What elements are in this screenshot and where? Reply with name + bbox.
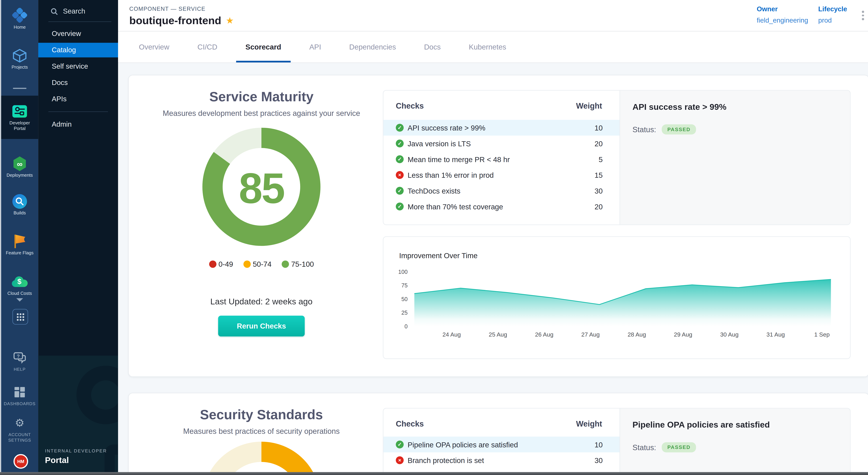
svg-text:1 Sep: 1 Sep — [814, 331, 830, 338]
tab-dependencies[interactable]: Dependencies — [340, 31, 406, 62]
svg-text:75: 75 — [401, 282, 408, 289]
sidebar-item-catalog[interactable]: Catalog — [38, 43, 118, 57]
status-label: Status: — [632, 443, 656, 451]
check-row[interactable]: ×Branch protection is set30 — [383, 452, 620, 468]
rail-item-feature-flags[interactable]: Feature Flags — [1, 234, 38, 256]
legend-item: 50-74 — [243, 260, 272, 268]
sidebar-divider — [49, 111, 108, 112]
svg-text:$: $ — [18, 277, 21, 286]
rail-item-account-settings[interactable]: ⚙ ACCOUNTSETTINGS — [1, 415, 38, 443]
app-window: Home Projects — [0, 0, 868, 475]
rail-label: Home — [1, 25, 38, 30]
check-label: More than 70% test coverage — [408, 202, 580, 211]
grid-icon — [17, 313, 24, 320]
score-gauge: 85 — [202, 127, 321, 249]
status-badge: PASSED — [662, 442, 696, 452]
svg-text:25 Aug: 25 Aug — [489, 331, 507, 338]
svg-text:∞: ∞ — [17, 160, 22, 169]
rail-item-home[interactable]: Home — [1, 8, 38, 30]
check-weight: 30 — [580, 186, 603, 195]
check-label: TechDocs exists — [408, 186, 580, 195]
rail-item-help[interactable]: ? HELP — [1, 350, 38, 373]
harness-logo-icon — [1, 8, 38, 24]
sidebar-item-self-service[interactable]: Self service — [38, 59, 118, 74]
check-row[interactable]: ✓Java version is LTS20 — [383, 136, 620, 151]
module-grid-button[interactable] — [12, 309, 28, 325]
check-row[interactable]: ✓Mean time to merge PR < 48 hr5 — [383, 151, 620, 167]
check-row[interactable]: ✓API success rate > 99%10 — [383, 120, 620, 136]
scorecard-content: Service Maturity Measures development be… — [118, 63, 868, 475]
svg-text:?: ? — [17, 354, 20, 359]
svg-text:100: 100 — [398, 269, 408, 275]
svg-text:28 Aug: 28 Aug — [627, 331, 646, 338]
rail-label: Deployments — [1, 173, 38, 178]
sidebar-item-docs[interactable]: Docs — [38, 76, 118, 90]
check-row[interactable]: ✓More than 70% test coverage20 — [383, 199, 620, 214]
entity-header: COMPONENT — SERVICE boutique-frontend ★ … — [118, 0, 868, 31]
tab-scorecard[interactable]: Scorecard — [236, 31, 291, 62]
check-detail-title: API success rate > 99% — [632, 102, 838, 111]
check-row[interactable]: ✓Pipeline OPA policies are satisfied10 — [383, 437, 620, 452]
check-weight: 10 — [580, 440, 603, 449]
svg-text:0: 0 — [404, 323, 408, 330]
status-badge: PASSED — [662, 124, 696, 135]
legend-label: 0-49 — [219, 260, 233, 268]
svg-text:24 Aug: 24 Aug — [442, 331, 461, 338]
score-value: 85 — [202, 127, 321, 249]
rail-label: HELP — [1, 367, 38, 373]
tab-kubernetes[interactable]: Kubernetes — [459, 31, 516, 62]
more-menu-button[interactable] — [862, 11, 864, 20]
legend-label: 50-74 — [253, 260, 272, 268]
owner-value[interactable]: field_engineering — [757, 16, 808, 24]
tab-ci-cd[interactable]: CI/CD — [188, 31, 227, 62]
check-detail-panel: Pipeline OPA policies are satisfied Stat… — [620, 409, 850, 475]
legend-dot — [282, 261, 289, 268]
scorecard-service-maturity: Service Maturity Measures development be… — [128, 75, 868, 377]
tab-overview[interactable]: Overview — [129, 31, 179, 62]
rail-divider — [13, 88, 26, 89]
legend-item: 75-100 — [282, 260, 314, 268]
sidebar-item-overview[interactable]: Overview — [38, 26, 118, 41]
search-input[interactable]: Search — [51, 5, 107, 17]
chevron-down-icon — [16, 298, 23, 301]
svg-text:50: 50 — [401, 296, 408, 302]
rail-item-dashboards[interactable]: DASHBOARDS — [1, 384, 38, 407]
sidebar-item-apis[interactable]: APIs — [38, 92, 118, 106]
check-label: Mean time to merge PR < 48 hr — [408, 155, 580, 164]
check-row[interactable]: ✓TechDocs exists30 — [383, 183, 620, 199]
check-passed-icon: ✓ — [396, 187, 404, 195]
sliders-icon — [1, 103, 38, 119]
dashboard-tiles-icon — [1, 384, 38, 400]
divider — [49, 21, 112, 22]
rail-item-projects[interactable]: Projects — [1, 48, 38, 70]
rail-item-deployments[interactable]: ∞ Deployments — [1, 156, 38, 178]
check-detail-title: Pipeline OPA policies are satisfied — [632, 420, 838, 429]
svg-text:30 Aug: 30 Aug — [720, 331, 739, 338]
improvement-chart-card: Improvement Over Time 025507510024 Aug25… — [383, 236, 850, 359]
sidebar-item-admin[interactable]: Admin — [38, 117, 118, 132]
check-row[interactable]: ×Less than 1% error in prod15 — [383, 167, 620, 183]
tab-api[interactable]: API — [300, 31, 331, 62]
check-weight: 15 — [580, 171, 603, 179]
weight-column-header: Weight — [576, 101, 602, 110]
checks-column-header: Checks — [396, 101, 424, 110]
search-icon — [51, 8, 58, 15]
user-avatar[interactable]: HM — [13, 454, 28, 469]
check-passed-icon: ✓ — [396, 140, 404, 147]
main-panel: COMPONENT — SERVICE boutique-frontend ★ … — [118, 0, 868, 475]
rail-expand-chevron[interactable] — [1, 298, 38, 301]
rail-item-builds[interactable]: Builds — [1, 194, 38, 216]
tab-docs[interactable]: Docs — [414, 31, 450, 62]
svg-text:27 Aug: 27 Aug — [581, 331, 600, 338]
rail-item-developer-portal[interactable]: DeveloperPortal — [1, 103, 38, 132]
rail-item-cloud-costs[interactable]: $ Cloud Costs — [1, 274, 38, 297]
svg-text:26 Aug: 26 Aug — [535, 331, 553, 338]
favorite-star-icon[interactable]: ★ — [226, 16, 234, 25]
scorecard-title: Security Standards — [140, 407, 383, 422]
check-weight: 30 — [580, 456, 603, 465]
rerun-checks-button[interactable]: Rerun Checks — [218, 316, 305, 336]
scorecard-subtitle: Measures development best practices agai… — [140, 109, 383, 118]
rail-label: Feature Flags — [1, 250, 38, 256]
chart-title: Improvement Over Time — [399, 251, 477, 260]
window-bottom-bar — [0, 472, 868, 475]
